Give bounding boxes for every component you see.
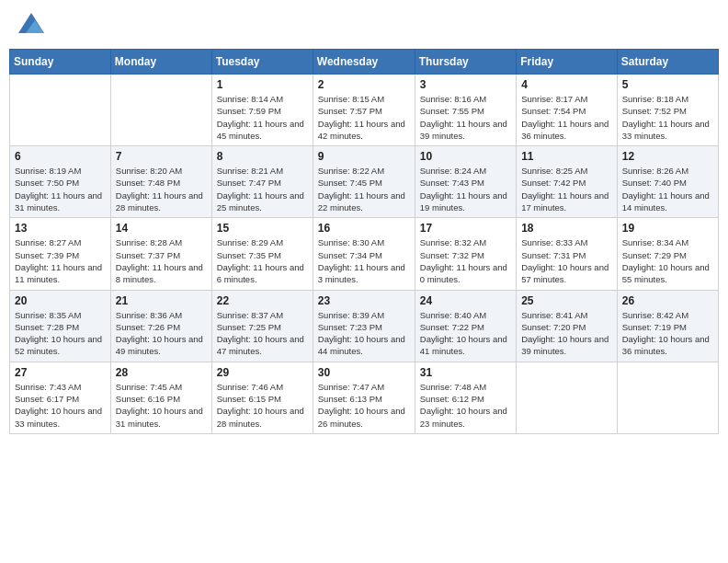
calendar-cell: 24Sunrise: 8:40 AM Sunset: 7:22 PM Dayli… [415, 290, 516, 362]
calendar-cell: 7Sunrise: 8:20 AM Sunset: 7:48 PM Daylig… [110, 146, 211, 218]
calendar-week-row: 13Sunrise: 8:27 AM Sunset: 7:39 PM Dayli… [10, 218, 719, 290]
day-number: 5 [622, 78, 713, 91]
day-info: Sunrise: 8:33 AM Sunset: 7:31 PM Dayligh… [521, 236, 612, 285]
day-number: 4 [521, 78, 612, 91]
day-number: 25 [521, 294, 612, 307]
day-info: Sunrise: 8:37 AM Sunset: 7:25 PM Dayligh… [217, 309, 308, 358]
day-info: Sunrise: 8:42 AM Sunset: 7:19 PM Dayligh… [622, 309, 713, 358]
calendar-cell: 31Sunrise: 7:48 AM Sunset: 6:12 PM Dayli… [415, 362, 516, 433]
calendar-cell: 10Sunrise: 8:24 AM Sunset: 7:43 PM Dayli… [415, 146, 516, 218]
day-info: Sunrise: 8:36 AM Sunset: 7:26 PM Dayligh… [116, 309, 207, 358]
calendar-cell: 22Sunrise: 8:37 AM Sunset: 7:25 PM Dayli… [211, 290, 313, 362]
day-info: Sunrise: 7:45 AM Sunset: 6:16 PM Dayligh… [116, 381, 207, 430]
day-number: 16 [318, 222, 410, 235]
day-info: Sunrise: 8:18 AM Sunset: 7:52 PM Dayligh… [622, 93, 713, 142]
day-info: Sunrise: 8:32 AM Sunset: 7:32 PM Dayligh… [420, 236, 511, 285]
day-number: 29 [217, 366, 308, 379]
day-info: Sunrise: 8:19 AM Sunset: 7:50 PM Dayligh… [15, 165, 106, 213]
calendar-cell: 8Sunrise: 8:21 AM Sunset: 7:47 PM Daylig… [211, 146, 313, 218]
day-number: 6 [15, 150, 106, 163]
day-number: 26 [622, 294, 713, 307]
weekday-header-saturday: Saturday [617, 50, 718, 75]
calendar-cell: 2Sunrise: 8:15 AM Sunset: 7:57 PM Daylig… [313, 75, 415, 146]
day-info: Sunrise: 8:40 AM Sunset: 7:22 PM Dayligh… [420, 309, 511, 358]
day-info: Sunrise: 8:16 AM Sunset: 7:55 PM Dayligh… [420, 93, 511, 142]
day-info: Sunrise: 8:26 AM Sunset: 7:40 PM Dayligh… [622, 165, 713, 213]
day-number: 17 [420, 222, 511, 235]
day-number: 1 [217, 78, 308, 91]
day-number: 9 [318, 150, 410, 163]
day-info: Sunrise: 8:30 AM Sunset: 7:34 PM Dayligh… [318, 236, 410, 285]
day-number: 11 [521, 150, 612, 163]
day-number: 21 [116, 294, 207, 307]
day-info: Sunrise: 8:34 AM Sunset: 7:29 PM Dayligh… [622, 236, 713, 285]
calendar-cell: 19Sunrise: 8:34 AM Sunset: 7:29 PM Dayli… [617, 218, 718, 290]
day-number: 2 [318, 78, 410, 91]
day-info: Sunrise: 8:24 AM Sunset: 7:43 PM Dayligh… [420, 165, 511, 213]
calendar-week-row: 20Sunrise: 8:35 AM Sunset: 7:28 PM Dayli… [10, 290, 719, 362]
calendar-cell: 13Sunrise: 8:27 AM Sunset: 7:39 PM Dayli… [10, 218, 111, 290]
calendar-cell: 14Sunrise: 8:28 AM Sunset: 7:37 PM Dayli… [110, 218, 211, 290]
day-info: Sunrise: 7:47 AM Sunset: 6:13 PM Dayligh… [318, 381, 410, 430]
day-number: 10 [420, 150, 511, 163]
day-info: Sunrise: 8:15 AM Sunset: 7:57 PM Dayligh… [318, 93, 410, 142]
day-number: 28 [116, 366, 207, 379]
day-number: 18 [521, 222, 612, 235]
calendar-week-row: 27Sunrise: 7:43 AM Sunset: 6:17 PM Dayli… [10, 362, 719, 433]
day-info: Sunrise: 8:25 AM Sunset: 7:42 PM Dayligh… [521, 165, 612, 213]
calendar-cell: 6Sunrise: 8:19 AM Sunset: 7:50 PM Daylig… [10, 146, 111, 218]
day-number: 7 [116, 150, 207, 163]
day-info: Sunrise: 8:41 AM Sunset: 7:20 PM Dayligh… [521, 309, 612, 358]
day-info: Sunrise: 7:46 AM Sunset: 6:15 PM Dayligh… [217, 381, 308, 430]
calendar-week-row: 6Sunrise: 8:19 AM Sunset: 7:50 PM Daylig… [10, 146, 719, 218]
day-info: Sunrise: 8:27 AM Sunset: 7:39 PM Dayligh… [15, 236, 106, 285]
day-number: 24 [420, 294, 511, 307]
day-number: 12 [622, 150, 713, 163]
day-number: 31 [420, 366, 511, 379]
calendar-cell: 12Sunrise: 8:26 AM Sunset: 7:40 PM Dayli… [617, 146, 718, 218]
day-info: Sunrise: 8:29 AM Sunset: 7:35 PM Dayligh… [217, 236, 308, 285]
weekday-header-monday: Monday [110, 50, 211, 75]
day-number: 22 [217, 294, 308, 307]
calendar-cell: 30Sunrise: 7:47 AM Sunset: 6:13 PM Dayli… [313, 362, 415, 433]
weekday-header-thursday: Thursday [415, 50, 516, 75]
day-info: Sunrise: 7:43 AM Sunset: 6:17 PM Dayligh… [15, 381, 106, 430]
calendar-cell [517, 362, 618, 433]
day-number: 15 [217, 222, 308, 235]
day-info: Sunrise: 8:17 AM Sunset: 7:54 PM Dayligh… [521, 93, 612, 142]
calendar-cell: 5Sunrise: 8:18 AM Sunset: 7:52 PM Daylig… [617, 75, 718, 146]
weekday-header-sunday: Sunday [10, 50, 111, 75]
weekday-header-tuesday: Tuesday [211, 50, 313, 75]
day-info: Sunrise: 8:14 AM Sunset: 7:59 PM Dayligh… [217, 93, 308, 142]
day-number: 13 [15, 222, 106, 235]
calendar-cell: 23Sunrise: 8:39 AM Sunset: 7:23 PM Dayli… [313, 290, 415, 362]
day-info: Sunrise: 7:48 AM Sunset: 6:12 PM Dayligh… [420, 381, 511, 430]
day-info: Sunrise: 8:21 AM Sunset: 7:47 PM Dayligh… [217, 165, 308, 213]
calendar-cell: 28Sunrise: 7:45 AM Sunset: 6:16 PM Dayli… [110, 362, 211, 433]
day-info: Sunrise: 8:28 AM Sunset: 7:37 PM Dayligh… [116, 236, 207, 285]
calendar-cell: 4Sunrise: 8:17 AM Sunset: 7:54 PM Daylig… [517, 75, 618, 146]
calendar-cell: 26Sunrise: 8:42 AM Sunset: 7:19 PM Dayli… [617, 290, 718, 362]
calendar-cell: 15Sunrise: 8:29 AM Sunset: 7:35 PM Dayli… [211, 218, 313, 290]
logo-icon [18, 13, 44, 33]
day-number: 20 [15, 294, 106, 307]
calendar-cell: 29Sunrise: 7:46 AM Sunset: 6:15 PM Dayli… [211, 362, 313, 433]
calendar-cell: 16Sunrise: 8:30 AM Sunset: 7:34 PM Dayli… [313, 218, 415, 290]
day-number: 27 [15, 366, 106, 379]
calendar-header-row: SundayMondayTuesdayWednesdayThursdayFrid… [10, 50, 719, 75]
calendar-cell [10, 75, 111, 146]
calendar-cell: 9Sunrise: 8:22 AM Sunset: 7:45 PM Daylig… [313, 146, 415, 218]
day-info: Sunrise: 8:20 AM Sunset: 7:48 PM Dayligh… [116, 165, 207, 213]
calendar-cell: 25Sunrise: 8:41 AM Sunset: 7:20 PM Dayli… [517, 290, 618, 362]
day-number: 3 [420, 78, 511, 91]
calendar-cell: 21Sunrise: 8:36 AM Sunset: 7:26 PM Dayli… [110, 290, 211, 362]
calendar-week-row: 1Sunrise: 8:14 AM Sunset: 7:59 PM Daylig… [10, 75, 719, 146]
calendar-cell: 27Sunrise: 7:43 AM Sunset: 6:17 PM Dayli… [10, 362, 111, 433]
calendar-cell: 11Sunrise: 8:25 AM Sunset: 7:42 PM Dayli… [517, 146, 618, 218]
header [9, 9, 719, 41]
day-info: Sunrise: 8:39 AM Sunset: 7:23 PM Dayligh… [318, 309, 410, 358]
day-number: 19 [622, 222, 713, 235]
day-number: 8 [217, 150, 308, 163]
day-number: 23 [318, 294, 410, 307]
calendar-cell: 1Sunrise: 8:14 AM Sunset: 7:59 PM Daylig… [211, 75, 313, 146]
